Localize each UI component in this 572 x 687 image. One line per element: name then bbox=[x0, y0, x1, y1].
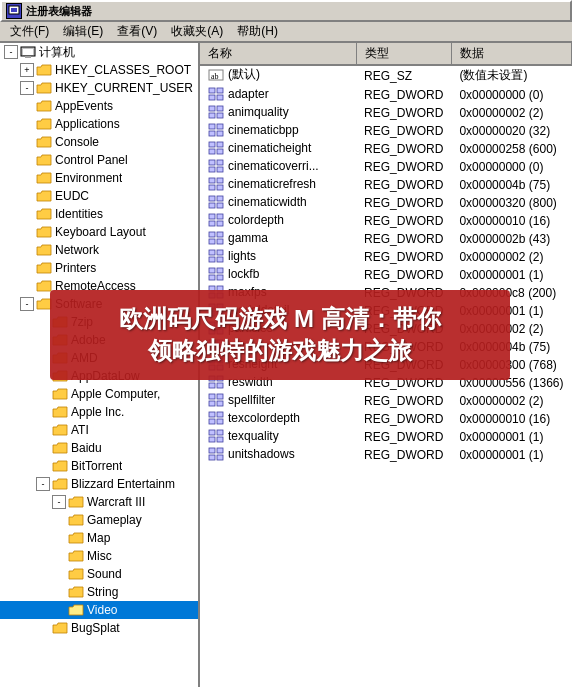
svg-rect-10 bbox=[217, 95, 223, 100]
dword-reg-icon bbox=[208, 87, 224, 101]
svg-rect-18 bbox=[217, 131, 223, 136]
expand-blizzard[interactable]: - bbox=[36, 477, 50, 491]
svg-rect-11 bbox=[209, 106, 215, 111]
table-row[interactable]: lockfbREG_DWORD0x00000001 (1) bbox=[200, 266, 572, 284]
menu-favorites[interactable]: 收藏夹(A) bbox=[165, 22, 229, 41]
tree-row-gameplay[interactable]: Gameplay bbox=[0, 511, 198, 529]
reg-value-name: lockfb bbox=[228, 267, 259, 281]
tree-row-blizzard[interactable]: - Blizzard Entertainm bbox=[0, 475, 198, 493]
cell-data: 0x0000002b (43) bbox=[451, 230, 571, 248]
table-row[interactable]: cinematicoverri...REG_DWORD0x00000000 (0… bbox=[200, 158, 572, 176]
cell-type: REG_DWORD bbox=[356, 410, 451, 428]
svg-rect-78 bbox=[217, 401, 223, 406]
cell-data: 0x00000000 (0) bbox=[451, 86, 571, 104]
table-row[interactable]: cinematicrefreshREG_DWORD0x0000004b (75) bbox=[200, 176, 572, 194]
table-row[interactable]: spellfilterREG_DWORD0x00000002 (2) bbox=[200, 392, 572, 410]
tree-row-network[interactable]: Network bbox=[0, 241, 198, 259]
table-row[interactable]: cinematicwidthREG_DWORD0x00000320 (800) bbox=[200, 194, 572, 212]
svg-rect-34 bbox=[217, 203, 223, 208]
bittorrent-label: BitTorrent bbox=[71, 459, 122, 473]
table-row[interactable]: texcolordepthREG_DWORD0x00000010 (16) bbox=[200, 410, 572, 428]
svg-rect-87 bbox=[209, 448, 215, 453]
tree-row-appevents[interactable]: AppEvents bbox=[0, 97, 198, 115]
expand-warcraft3[interactable]: - bbox=[52, 495, 66, 509]
svg-rect-9 bbox=[209, 95, 215, 100]
dword-reg-icon bbox=[208, 393, 224, 407]
table-row[interactable]: cinematicbppREG_DWORD0x00000020 (32) bbox=[200, 122, 572, 140]
controlpanel-label: Control Panel bbox=[55, 153, 128, 167]
tree-row-baidu[interactable]: Baidu bbox=[0, 439, 198, 457]
tree-row-bugsplat[interactable]: BugSplat bbox=[0, 619, 198, 637]
menu-help[interactable]: 帮助(H) bbox=[231, 22, 284, 41]
bugsplat-icon bbox=[52, 621, 68, 635]
tree-node-bittorrent: BitTorrent bbox=[0, 457, 198, 475]
expand-hkcr[interactable]: + bbox=[20, 63, 34, 77]
identities-label: Identities bbox=[55, 207, 103, 221]
svg-rect-17 bbox=[209, 131, 215, 136]
tree-row-eudc[interactable]: EUDC bbox=[0, 187, 198, 205]
tree-row-computer[interactable]: - 计算机 bbox=[0, 43, 198, 61]
ad-overlay[interactable]: 欧洲码尺码游戏 M 高清：带你 领略独特的游戏魅力之旅 bbox=[50, 290, 510, 380]
tree-row-environment[interactable]: Environment bbox=[0, 169, 198, 187]
tree-row-misc[interactable]: Misc bbox=[0, 547, 198, 565]
video-icon bbox=[68, 603, 84, 617]
tree-row-video[interactable]: Video bbox=[0, 601, 198, 619]
tree-row-hkcu[interactable]: - HKEY_CURRENT_USER bbox=[0, 79, 198, 97]
tree-node-eudc: EUDC bbox=[0, 187, 198, 205]
appevents-label: AppEvents bbox=[55, 99, 113, 113]
reg-value-name: cinematicrefresh bbox=[228, 177, 316, 191]
svg-rect-14 bbox=[217, 113, 223, 118]
cell-name: cinematicoverri... bbox=[200, 158, 356, 176]
hkcu-label: HKEY_CURRENT_USER bbox=[55, 81, 193, 95]
cell-name: cinematicbpp bbox=[200, 122, 356, 140]
tree-row-identities[interactable]: Identities bbox=[0, 205, 198, 223]
menu-view[interactable]: 查看(V) bbox=[111, 22, 163, 41]
table-row[interactable]: colordepthREG_DWORD0x00000010 (16) bbox=[200, 212, 572, 230]
cell-data: (数值未设置) bbox=[451, 65, 571, 86]
col-name[interactable]: 名称 bbox=[200, 43, 356, 65]
tree-row-string[interactable]: String bbox=[0, 583, 198, 601]
tree-row-keyboardlayout[interactable]: Keyboard Layout bbox=[0, 223, 198, 241]
tree-row-bittorrent[interactable]: BitTorrent bbox=[0, 457, 198, 475]
tree-row-ati[interactable]: ATI bbox=[0, 421, 198, 439]
tree-row-map[interactable]: Map bbox=[0, 529, 198, 547]
tree-row-printers[interactable]: Printers bbox=[0, 259, 198, 277]
expand-hkcu[interactable]: - bbox=[20, 81, 34, 95]
menu-file[interactable]: 文件(F) bbox=[4, 22, 55, 41]
tree-row-warcraft3[interactable]: - Warcraft III bbox=[0, 493, 198, 511]
tree-row-controlpanel[interactable]: Control Panel bbox=[0, 151, 198, 169]
svg-rect-81 bbox=[209, 419, 215, 424]
col-type[interactable]: 类型 bbox=[356, 43, 451, 65]
video-label: Video bbox=[87, 603, 117, 617]
expand-computer[interactable]: - bbox=[4, 45, 18, 59]
values-table: 名称 类型 数据 ab (默认)REG_SZ(数值未设置) adapterREG… bbox=[200, 43, 572, 464]
menu-edit[interactable]: 编辑(E) bbox=[57, 22, 109, 41]
col-data[interactable]: 数据 bbox=[451, 43, 571, 65]
sound-label: Sound bbox=[87, 567, 122, 581]
cell-name: cinematicwidth bbox=[200, 194, 356, 212]
table-row[interactable]: texqualityREG_DWORD0x00000001 (1) bbox=[200, 428, 572, 446]
table-row[interactable]: gammaREG_DWORD0x0000002b (43) bbox=[200, 230, 572, 248]
svg-rect-12 bbox=[217, 106, 223, 111]
table-row[interactable]: unitshadowsREG_DWORD0x00000001 (1) bbox=[200, 446, 572, 464]
table-row[interactable]: animqualityREG_DWORD0x00000002 (2) bbox=[200, 104, 572, 122]
svg-rect-35 bbox=[209, 214, 215, 219]
table-row[interactable]: ab (默认)REG_SZ(数值未设置) bbox=[200, 65, 572, 86]
tree-row-hkcr[interactable]: + HKEY_CLASSES_ROOT bbox=[0, 61, 198, 79]
tree-row-sound[interactable]: Sound bbox=[0, 565, 198, 583]
tree-row-console[interactable]: Console bbox=[0, 133, 198, 151]
tree-row-applecomputer[interactable]: Apple Computer, bbox=[0, 385, 198, 403]
cell-name: cinematicheight bbox=[200, 140, 356, 158]
table-row[interactable]: cinematicheightREG_DWORD0x00000258 (600) bbox=[200, 140, 572, 158]
reg-value-name: texquality bbox=[228, 429, 279, 443]
svg-rect-3 bbox=[23, 49, 33, 55]
tree-node-warcraft3: - Warcraft III bbox=[0, 493, 198, 511]
appleinc-icon bbox=[52, 405, 68, 419]
tree-row-applications[interactable]: Applications bbox=[0, 115, 198, 133]
tree-row-appleinc[interactable]: Apple Inc. bbox=[0, 403, 198, 421]
cell-data: 0x00000010 (16) bbox=[451, 410, 571, 428]
svg-rect-83 bbox=[209, 430, 215, 435]
expand-software[interactable]: - bbox=[20, 297, 34, 311]
table-row[interactable]: lightsREG_DWORD0x00000002 (2) bbox=[200, 248, 572, 266]
table-row[interactable]: adapterREG_DWORD0x00000000 (0) bbox=[200, 86, 572, 104]
